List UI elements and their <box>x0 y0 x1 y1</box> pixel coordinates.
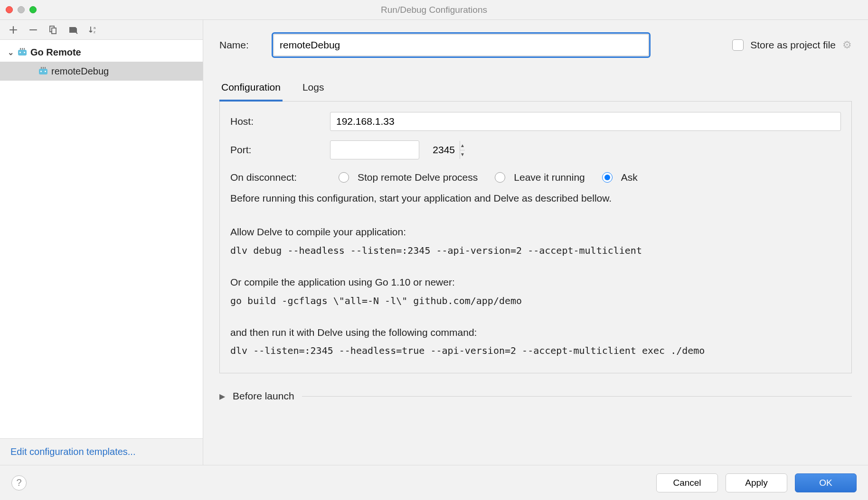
sidebar: az ⌄ Go Remote remoteDeb <box>0 20 203 465</box>
cancel-button[interactable]: Cancel <box>656 473 718 492</box>
maximize-window-button[interactable] <box>29 6 37 13</box>
cmd-delve-exec: dlv --listen=:2345 --headless=true --api… <box>230 343 841 359</box>
sidebar-toolbar: az <box>0 20 203 40</box>
configuration-panel: Host: Port: ▲ ▼ On disconnect: <box>219 102 852 373</box>
sidebar-footer: Edit configuration templates... <box>0 438 203 465</box>
content-pane: Name: Store as project file ⚙ Configurat… <box>203 20 868 465</box>
svg-rect-1 <box>52 28 56 34</box>
radio-ask-label: Ask <box>621 169 638 186</box>
radio-leave-running[interactable] <box>495 172 505 183</box>
window-controls <box>6 6 37 13</box>
expand-triangle-icon: ▶ <box>219 392 225 401</box>
tab-configuration[interactable]: Configuration <box>219 77 283 102</box>
allow-delve-line: Allow Delve to compile your application: <box>230 223 841 241</box>
radio-ask[interactable] <box>602 172 613 183</box>
port-step-up[interactable]: ▲ <box>460 141 465 150</box>
tree-group-go-remote[interactable]: ⌄ Go Remote <box>0 43 203 62</box>
run-debug-config-dialog: Run/Debug Configurations az <box>0 0 868 500</box>
svg-text:a: a <box>94 26 96 30</box>
then-run-line: and then run it with Delve using the fol… <box>230 324 841 341</box>
minimize-window-button[interactable] <box>18 6 25 13</box>
cmd-delve-debug: dlv debug --headless --listen=:2345 --ap… <box>230 242 841 259</box>
gear-icon[interactable]: ⚙ <box>842 39 852 51</box>
tree-group-label: Go Remote <box>30 47 81 58</box>
host-input[interactable] <box>330 112 841 131</box>
radio-stop-process-label: Stop remote Delve process <box>358 169 478 186</box>
port-step-down[interactable]: ▼ <box>460 150 465 159</box>
help-button[interactable]: ? <box>11 475 27 491</box>
dialog-footer: ? Cancel Apply OK <box>0 465 868 500</box>
chevron-down-icon: ⌄ <box>8 48 14 57</box>
store-as-project-label: Store as project file <box>750 39 836 51</box>
go-remote-icon <box>17 48 28 56</box>
edit-templates-link[interactable]: Edit configuration templates... <box>10 446 135 457</box>
name-input[interactable] <box>274 34 649 56</box>
tree-item-label: remoteDebug <box>51 66 109 77</box>
apply-button[interactable]: Apply <box>726 473 787 492</box>
close-window-button[interactable] <box>6 6 13 13</box>
remove-config-button[interactable] <box>28 24 39 36</box>
cmd-go-build: go build -gcflags \"all=-N -l\" github.c… <box>230 293 841 309</box>
add-config-button[interactable] <box>8 24 19 36</box>
before-launch-label: Before launch <box>233 390 294 402</box>
host-label: Host: <box>230 113 330 130</box>
window-title: Run/Debug Configurations <box>0 5 868 15</box>
disconnect-label: On disconnect: <box>230 169 330 186</box>
tabs: Configuration Logs <box>219 77 852 102</box>
titlebar: Run/Debug Configurations <box>0 0 868 20</box>
ok-button[interactable]: OK <box>795 473 857 492</box>
sort-button[interactable]: az <box>87 24 99 36</box>
svg-text:z: z <box>94 30 95 34</box>
port-label: Port: <box>230 141 330 158</box>
radio-stop-process[interactable] <box>339 172 349 183</box>
tree-item-remotedebug[interactable]: remoteDebug <box>0 62 203 81</box>
tab-logs[interactable]: Logs <box>301 77 326 101</box>
or-compile-line: Or compile the application using Go 1.10… <box>230 274 841 291</box>
radio-leave-running-label: Leave it running <box>514 169 585 186</box>
config-tree: ⌄ Go Remote remoteDebug <box>0 40 203 438</box>
save-template-button[interactable] <box>67 24 79 36</box>
copy-config-button[interactable] <box>47 24 59 36</box>
port-input[interactable] <box>330 141 460 159</box>
store-as-project-checkbox[interactable] <box>732 39 744 51</box>
go-remote-icon <box>38 67 48 75</box>
hint-before-running: Before running this configuration, start… <box>230 190 841 207</box>
name-label: Name: <box>219 39 261 51</box>
before-launch-section[interactable]: ▶ Before launch <box>219 390 852 402</box>
separator-line <box>302 396 852 397</box>
port-stepper: ▲ ▼ <box>330 140 419 159</box>
